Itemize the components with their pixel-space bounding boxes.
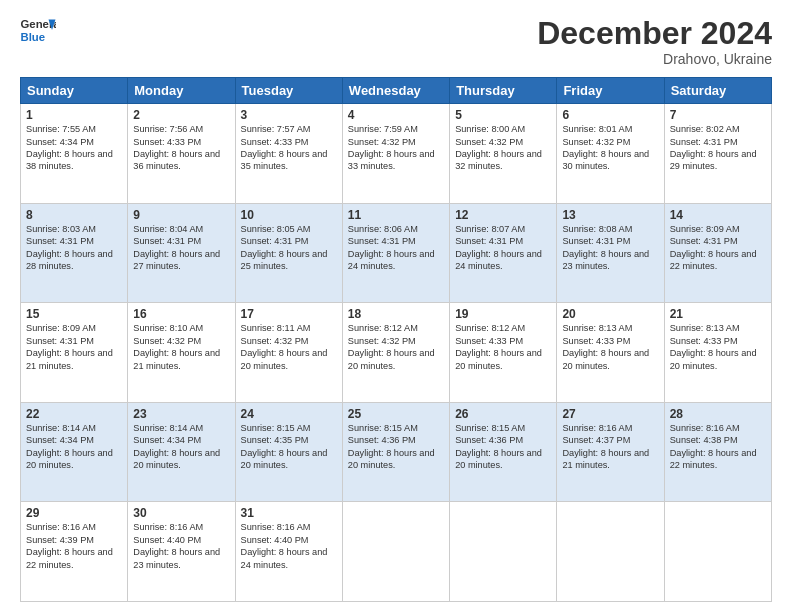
day-info: Sunrise: 8:13 AMSunset: 4:33 PMDaylight:… bbox=[670, 322, 766, 372]
calendar-cell bbox=[557, 502, 664, 602]
calendar-table: Sunday Monday Tuesday Wednesday Thursday… bbox=[20, 77, 772, 602]
day-number: 27 bbox=[562, 407, 658, 421]
day-info: Sunrise: 8:16 AMSunset: 4:40 PMDaylight:… bbox=[241, 521, 337, 571]
location: Drahovo, Ukraine bbox=[537, 51, 772, 67]
day-info: Sunrise: 8:05 AMSunset: 4:31 PMDaylight:… bbox=[241, 223, 337, 273]
calendar-week-4: 22Sunrise: 8:14 AMSunset: 4:34 PMDayligh… bbox=[21, 402, 772, 502]
col-tuesday: Tuesday bbox=[235, 78, 342, 104]
day-info: Sunrise: 7:55 AMSunset: 4:34 PMDaylight:… bbox=[26, 123, 122, 173]
day-number: 28 bbox=[670, 407, 766, 421]
calendar-cell: 21Sunrise: 8:13 AMSunset: 4:33 PMDayligh… bbox=[664, 303, 771, 403]
day-number: 7 bbox=[670, 108, 766, 122]
day-info: Sunrise: 8:00 AMSunset: 4:32 PMDaylight:… bbox=[455, 123, 551, 173]
day-number: 16 bbox=[133, 307, 229, 321]
calendar-cell: 4Sunrise: 7:59 AMSunset: 4:32 PMDaylight… bbox=[342, 104, 449, 204]
calendar-cell bbox=[664, 502, 771, 602]
day-info: Sunrise: 8:13 AMSunset: 4:33 PMDaylight:… bbox=[562, 322, 658, 372]
col-thursday: Thursday bbox=[450, 78, 557, 104]
day-number: 4 bbox=[348, 108, 444, 122]
calendar-cell: 6Sunrise: 8:01 AMSunset: 4:32 PMDaylight… bbox=[557, 104, 664, 204]
day-info: Sunrise: 8:01 AMSunset: 4:32 PMDaylight:… bbox=[562, 123, 658, 173]
calendar-cell: 31Sunrise: 8:16 AMSunset: 4:40 PMDayligh… bbox=[235, 502, 342, 602]
day-number: 9 bbox=[133, 208, 229, 222]
day-number: 15 bbox=[26, 307, 122, 321]
day-number: 5 bbox=[455, 108, 551, 122]
calendar-cell: 12Sunrise: 8:07 AMSunset: 4:31 PMDayligh… bbox=[450, 203, 557, 303]
calendar-cell: 7Sunrise: 8:02 AMSunset: 4:31 PMDaylight… bbox=[664, 104, 771, 204]
day-number: 21 bbox=[670, 307, 766, 321]
calendar-cell: 20Sunrise: 8:13 AMSunset: 4:33 PMDayligh… bbox=[557, 303, 664, 403]
day-number: 31 bbox=[241, 506, 337, 520]
month-title: December 2024 bbox=[537, 16, 772, 51]
day-number: 6 bbox=[562, 108, 658, 122]
logo: General Blue bbox=[20, 16, 56, 44]
day-number: 18 bbox=[348, 307, 444, 321]
svg-text:Blue: Blue bbox=[21, 31, 46, 43]
day-info: Sunrise: 8:12 AMSunset: 4:33 PMDaylight:… bbox=[455, 322, 551, 372]
calendar-week-1: 1Sunrise: 7:55 AMSunset: 4:34 PMDaylight… bbox=[21, 104, 772, 204]
calendar-cell: 24Sunrise: 8:15 AMSunset: 4:35 PMDayligh… bbox=[235, 402, 342, 502]
day-number: 30 bbox=[133, 506, 229, 520]
col-monday: Monday bbox=[128, 78, 235, 104]
col-friday: Friday bbox=[557, 78, 664, 104]
day-info: Sunrise: 8:16 AMSunset: 4:40 PMDaylight:… bbox=[133, 521, 229, 571]
col-saturday: Saturday bbox=[664, 78, 771, 104]
calendar-cell: 16Sunrise: 8:10 AMSunset: 4:32 PMDayligh… bbox=[128, 303, 235, 403]
col-sunday: Sunday bbox=[21, 78, 128, 104]
calendar-cell: 1Sunrise: 7:55 AMSunset: 4:34 PMDaylight… bbox=[21, 104, 128, 204]
calendar-week-2: 8Sunrise: 8:03 AMSunset: 4:31 PMDaylight… bbox=[21, 203, 772, 303]
calendar-cell: 10Sunrise: 8:05 AMSunset: 4:31 PMDayligh… bbox=[235, 203, 342, 303]
day-number: 17 bbox=[241, 307, 337, 321]
calendar-cell: 25Sunrise: 8:15 AMSunset: 4:36 PMDayligh… bbox=[342, 402, 449, 502]
day-info: Sunrise: 8:06 AMSunset: 4:31 PMDaylight:… bbox=[348, 223, 444, 273]
day-info: Sunrise: 8:09 AMSunset: 4:31 PMDaylight:… bbox=[26, 322, 122, 372]
day-info: Sunrise: 8:14 AMSunset: 4:34 PMDaylight:… bbox=[133, 422, 229, 472]
day-info: Sunrise: 8:02 AMSunset: 4:31 PMDaylight:… bbox=[670, 123, 766, 173]
day-info: Sunrise: 8:11 AMSunset: 4:32 PMDaylight:… bbox=[241, 322, 337, 372]
day-number: 22 bbox=[26, 407, 122, 421]
day-info: Sunrise: 8:04 AMSunset: 4:31 PMDaylight:… bbox=[133, 223, 229, 273]
calendar-cell: 19Sunrise: 8:12 AMSunset: 4:33 PMDayligh… bbox=[450, 303, 557, 403]
day-info: Sunrise: 8:16 AMSunset: 4:39 PMDaylight:… bbox=[26, 521, 122, 571]
day-info: Sunrise: 8:09 AMSunset: 4:31 PMDaylight:… bbox=[670, 223, 766, 273]
calendar-cell: 30Sunrise: 8:16 AMSunset: 4:40 PMDayligh… bbox=[128, 502, 235, 602]
calendar-cell: 15Sunrise: 8:09 AMSunset: 4:31 PMDayligh… bbox=[21, 303, 128, 403]
day-number: 2 bbox=[133, 108, 229, 122]
calendar-cell: 11Sunrise: 8:06 AMSunset: 4:31 PMDayligh… bbox=[342, 203, 449, 303]
calendar-cell: 17Sunrise: 8:11 AMSunset: 4:32 PMDayligh… bbox=[235, 303, 342, 403]
calendar-cell: 27Sunrise: 8:16 AMSunset: 4:37 PMDayligh… bbox=[557, 402, 664, 502]
day-number: 1 bbox=[26, 108, 122, 122]
calendar-cell: 5Sunrise: 8:00 AMSunset: 4:32 PMDaylight… bbox=[450, 104, 557, 204]
day-number: 23 bbox=[133, 407, 229, 421]
calendar-cell: 8Sunrise: 8:03 AMSunset: 4:31 PMDaylight… bbox=[21, 203, 128, 303]
day-number: 20 bbox=[562, 307, 658, 321]
day-number: 29 bbox=[26, 506, 122, 520]
calendar-cell: 2Sunrise: 7:56 AMSunset: 4:33 PMDaylight… bbox=[128, 104, 235, 204]
header: General Blue December 2024 Drahovo, Ukra… bbox=[20, 16, 772, 67]
day-info: Sunrise: 8:16 AMSunset: 4:37 PMDaylight:… bbox=[562, 422, 658, 472]
calendar-cell: 28Sunrise: 8:16 AMSunset: 4:38 PMDayligh… bbox=[664, 402, 771, 502]
calendar-cell bbox=[450, 502, 557, 602]
day-info: Sunrise: 8:12 AMSunset: 4:32 PMDaylight:… bbox=[348, 322, 444, 372]
calendar-cell: 3Sunrise: 7:57 AMSunset: 4:33 PMDaylight… bbox=[235, 104, 342, 204]
day-info: Sunrise: 8:15 AMSunset: 4:36 PMDaylight:… bbox=[348, 422, 444, 472]
day-number: 11 bbox=[348, 208, 444, 222]
calendar-cell: 13Sunrise: 8:08 AMSunset: 4:31 PMDayligh… bbox=[557, 203, 664, 303]
day-info: Sunrise: 8:15 AMSunset: 4:35 PMDaylight:… bbox=[241, 422, 337, 472]
calendar-cell bbox=[342, 502, 449, 602]
day-info: Sunrise: 8:07 AMSunset: 4:31 PMDaylight:… bbox=[455, 223, 551, 273]
day-number: 13 bbox=[562, 208, 658, 222]
calendar-cell: 29Sunrise: 8:16 AMSunset: 4:39 PMDayligh… bbox=[21, 502, 128, 602]
calendar-cell: 14Sunrise: 8:09 AMSunset: 4:31 PMDayligh… bbox=[664, 203, 771, 303]
day-info: Sunrise: 8:16 AMSunset: 4:38 PMDaylight:… bbox=[670, 422, 766, 472]
day-number: 25 bbox=[348, 407, 444, 421]
calendar-week-5: 29Sunrise: 8:16 AMSunset: 4:39 PMDayligh… bbox=[21, 502, 772, 602]
calendar-cell: 22Sunrise: 8:14 AMSunset: 4:34 PMDayligh… bbox=[21, 402, 128, 502]
calendar-cell: 26Sunrise: 8:15 AMSunset: 4:36 PMDayligh… bbox=[450, 402, 557, 502]
day-number: 8 bbox=[26, 208, 122, 222]
day-info: Sunrise: 8:15 AMSunset: 4:36 PMDaylight:… bbox=[455, 422, 551, 472]
day-number: 19 bbox=[455, 307, 551, 321]
day-number: 12 bbox=[455, 208, 551, 222]
day-info: Sunrise: 8:14 AMSunset: 4:34 PMDaylight:… bbox=[26, 422, 122, 472]
title-block: December 2024 Drahovo, Ukraine bbox=[537, 16, 772, 67]
